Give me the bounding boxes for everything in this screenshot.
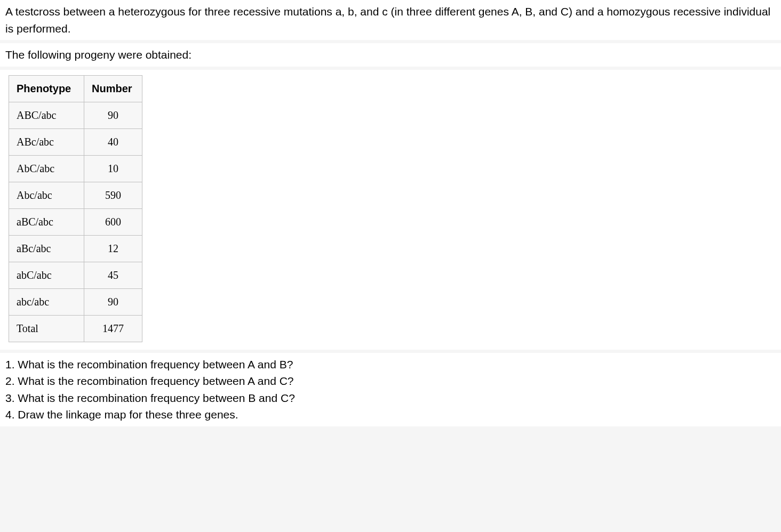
question-2: 2. What is the recombination frequency b… [5,373,776,390]
questions-block: 1. What is the recombination frequency b… [0,353,781,426]
table-row: ABC/abc 90 [9,102,142,128]
cell-phenotype: abc/abc [9,288,84,315]
table-row: aBc/abc 12 [9,235,142,262]
progeny-table: Phenotype Number ABC/abc 90 ABc/abc 40 A… [9,75,142,342]
question-3: 3. What is the recombination frequency b… [5,390,776,407]
cell-number: 90 [84,102,142,128]
cell-phenotype: abC/abc [9,262,84,288]
cell-number: 600 [84,208,142,235]
cell-number: 90 [84,288,142,315]
intro-paragraph-1: A testcross between a heterozygous for t… [0,0,781,40]
table-row: Total 1477 [9,315,142,342]
header-number: Number [84,75,142,102]
cell-phenotype: Abc/abc [9,182,84,208]
header-phenotype: Phenotype [9,75,84,102]
intro-text-1: A testcross between a heterozygous for t… [5,5,770,35]
intro-paragraph-2: The following progeny were obtained: [0,43,781,67]
table-row: abC/abc 45 [9,262,142,288]
cell-phenotype: ABC/abc [9,102,84,128]
cell-number: 590 [84,182,142,208]
cell-number: 10 [84,155,142,182]
table-header-row: Phenotype Number [9,75,142,102]
cell-number: 40 [84,128,142,155]
table-row: abc/abc 90 [9,288,142,315]
cell-phenotype: ABc/abc [9,128,84,155]
cell-phenotype: aBC/abc [9,208,84,235]
table-row: aBC/abc 600 [9,208,142,235]
table-row: ABc/abc 40 [9,128,142,155]
question-1: 1. What is the recombination frequency b… [5,356,776,373]
cell-phenotype: Total [9,315,84,342]
table-row: Abc/abc 590 [9,182,142,208]
progeny-table-container: Phenotype Number ABC/abc 90 ABc/abc 40 A… [0,70,781,350]
cell-number: 12 [84,235,142,262]
intro-text-2: The following progeny were obtained: [5,49,192,61]
cell-phenotype: AbC/abc [9,155,84,182]
table-row: AbC/abc 10 [9,155,142,182]
cell-phenotype: aBc/abc [9,235,84,262]
question-4: 4. Draw the linkage map for these three … [5,406,776,423]
cell-number: 1477 [84,315,142,342]
cell-number: 45 [84,262,142,288]
